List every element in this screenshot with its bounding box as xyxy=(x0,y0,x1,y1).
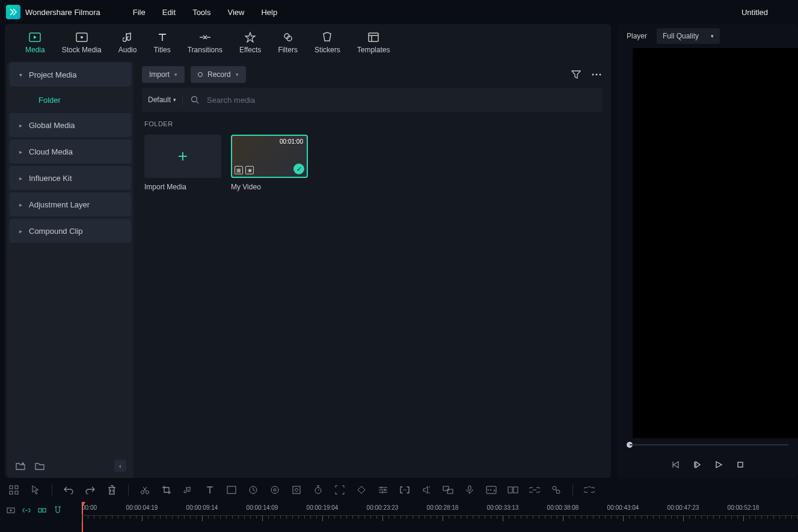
brackets-icon[interactable] xyxy=(399,485,410,495)
timeline-time-label: 00:00:38:08 xyxy=(547,504,579,511)
tab-stock-media[interactable]: Stock Media xyxy=(54,26,110,59)
player-controls xyxy=(617,451,798,478)
more-icon[interactable] xyxy=(591,69,603,81)
svg-rect-24 xyxy=(447,489,453,494)
timer-icon[interactable] xyxy=(313,485,324,495)
undo-icon[interactable] xyxy=(63,485,74,495)
timeline-time-label: 00:00:04:19 xyxy=(126,504,158,511)
focus-icon[interactable] xyxy=(334,485,345,495)
scrub-track xyxy=(630,444,788,445)
filter-icon[interactable] xyxy=(570,69,582,81)
grid-icon[interactable] xyxy=(8,485,19,495)
timeline[interactable]: 00:0000:00:04:1900:00:09:1400:00:14:0900… xyxy=(0,502,798,532)
sidebar-subitem-folder[interactable]: Folder xyxy=(7,88,134,112)
svg-rect-12 xyxy=(15,486,18,489)
folder-icon[interactable] xyxy=(34,460,46,472)
tab-audio[interactable]: Audio xyxy=(110,26,146,59)
chroma-icon[interactable] xyxy=(291,485,302,495)
search-row: Default ▾ xyxy=(142,88,603,112)
tab-media[interactable]: Media xyxy=(17,26,54,59)
svg-point-2 xyxy=(81,36,83,38)
chevron-down-icon: ▾ xyxy=(173,97,176,103)
split-icon[interactable] xyxy=(140,485,150,495)
color-icon[interactable] xyxy=(269,485,280,495)
sidebar-item-adjustment-layer[interactable]: ▸ Adjustment Layer xyxy=(10,192,131,216)
step-back-button[interactable] xyxy=(692,459,702,470)
new-folder-icon[interactable] xyxy=(14,460,26,472)
sidebar-item-project-media[interactable]: ▾ Project Media xyxy=(10,63,131,87)
delete-icon[interactable] xyxy=(106,485,117,495)
layout-icon[interactable] xyxy=(508,485,518,495)
record-button[interactable]: Record ▾ xyxy=(191,66,246,83)
tab-titles[interactable]: Titles xyxy=(145,26,179,59)
tab-templates[interactable]: Templates xyxy=(349,26,399,59)
thumb-label: My Video xyxy=(231,183,308,191)
magnetic-icon[interactable] xyxy=(53,506,63,515)
timeline-time-label: 00:00:33:13 xyxy=(487,504,519,511)
speed-icon[interactable] xyxy=(248,485,259,495)
add-track-icon[interactable] xyxy=(6,506,16,515)
collapse-sidebar-button[interactable]: ‹ xyxy=(114,460,126,472)
adjust-icon[interactable] xyxy=(378,485,388,495)
sidebar-item-cloud-media[interactable]: ▸ Cloud Media xyxy=(10,139,131,164)
sidebar-item-label: Adjustment Layer xyxy=(29,200,90,209)
crop-icon[interactable] xyxy=(161,485,172,495)
stop-button[interactable] xyxy=(735,459,746,470)
snap-icon[interactable] xyxy=(37,506,47,515)
menu-view[interactable]: View xyxy=(219,8,253,17)
menu-tools[interactable]: Tools xyxy=(184,8,219,17)
tab-transitions[interactable]: Transitions xyxy=(179,26,231,59)
svg-rect-34 xyxy=(43,509,46,512)
tab-effects[interactable]: Effects xyxy=(231,26,269,59)
player-viewport[interactable] xyxy=(633,48,798,438)
import-media-card[interactable]: + Import Media xyxy=(144,135,221,191)
screen-match-icon[interactable] xyxy=(443,485,453,495)
keyframe-icon[interactable] xyxy=(356,485,367,495)
tab-label: Templates xyxy=(357,46,390,54)
play-button[interactable] xyxy=(713,459,724,470)
player-scrubber[interactable] xyxy=(617,438,798,451)
menu-help[interactable]: Help xyxy=(253,8,286,17)
library-panel: Media Stock Media Audio Titles Transitio… xyxy=(5,24,611,478)
video-thumbnail[interactable]: 00:01:00 ▦ ◉ ✓ xyxy=(231,135,308,178)
bookmark-icon[interactable] xyxy=(551,485,562,495)
quality-dropdown[interactable]: Full Quality ▾ xyxy=(657,28,720,44)
import-media-box[interactable]: + xyxy=(144,135,221,178)
svg-point-19 xyxy=(271,486,278,494)
menu-file[interactable]: File xyxy=(124,8,154,17)
separator xyxy=(128,485,129,495)
svg-rect-13 xyxy=(10,491,13,494)
timeline-ruler[interactable]: 00:0000:00:04:1900:00:09:1400:00:14:0900… xyxy=(82,502,798,532)
sidebar-item-compound-clip[interactable]: ▸ Compound Clip xyxy=(10,219,131,243)
sidebar-item-influence-kit[interactable]: ▸ Influence Kit xyxy=(10,166,131,190)
tab-filters[interactable]: Filters xyxy=(269,26,306,59)
text-icon[interactable] xyxy=(204,485,215,495)
menu-edit[interactable]: Edit xyxy=(154,8,184,17)
prev-frame-button[interactable] xyxy=(670,459,681,470)
unlink-icon[interactable] xyxy=(584,485,595,495)
search-input[interactable] xyxy=(207,96,597,105)
thumbnail-grid: + Import Media 00:01:00 ▦ ◉ ✓ xyxy=(134,135,611,191)
audio-beat-icon[interactable] xyxy=(183,485,194,495)
aspect-icon[interactable] xyxy=(226,485,237,495)
sidebar-item-global-media[interactable]: ▸ Global Media xyxy=(10,113,131,137)
link-tracks-icon[interactable] xyxy=(22,506,31,515)
video-thumb-card[interactable]: 00:01:00 ▦ ◉ ✓ My Video xyxy=(231,135,308,191)
media-toolbar: Import ▾ Record ▾ xyxy=(134,61,611,88)
sort-dropdown[interactable]: Default ▾ xyxy=(148,96,183,104)
clip-type-icons: ▦ ◉ xyxy=(235,166,254,174)
filters-icon xyxy=(282,31,294,43)
tab-stickers[interactable]: Stickers xyxy=(306,26,349,59)
import-button[interactable]: Import ▾ xyxy=(142,66,185,83)
voice-icon[interactable] xyxy=(464,485,475,495)
link-icon[interactable] xyxy=(529,485,540,495)
subtitle-icon[interactable]: A xyxy=(486,485,497,495)
sidebar-footer: ‹ xyxy=(7,454,134,478)
chevron-right-icon: ▸ xyxy=(17,201,24,208)
library-content: ▾ Project Media Folder ▸ Global Media ▸ … xyxy=(5,61,611,478)
cursor-icon[interactable] xyxy=(30,485,41,495)
redo-icon[interactable] xyxy=(85,485,96,495)
sidebar-item-label: Project Media xyxy=(29,70,76,79)
svg-rect-14 xyxy=(15,491,18,494)
detach-audio-icon[interactable] xyxy=(421,485,432,495)
